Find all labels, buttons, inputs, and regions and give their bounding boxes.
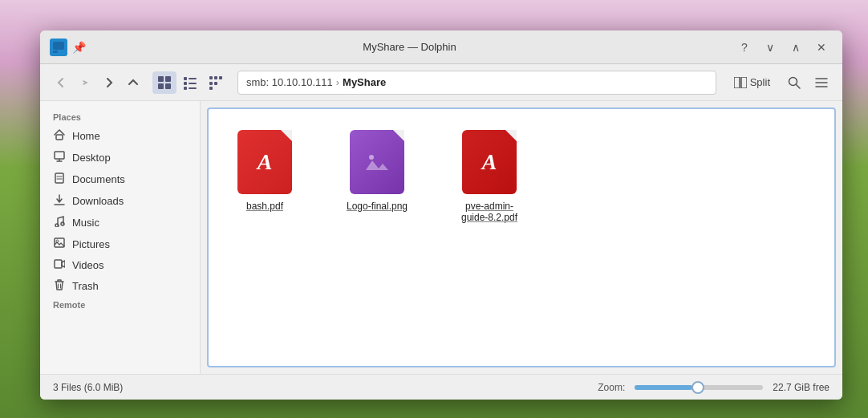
sidebar-item-videos[interactable]: Videos	[40, 254, 200, 275]
maximize-button[interactable]: ∧	[785, 36, 807, 59]
pin-icon[interactable]: 📌	[72, 41, 86, 54]
sidebar-item-downloads-label: Downloads	[72, 195, 124, 207]
svg-point-33	[55, 224, 59, 227]
videos-icon	[53, 258, 66, 271]
image-symbol	[363, 148, 391, 177]
sidebar: Places Home Desktop Documents	[40, 101, 201, 374]
svg-line-21	[797, 84, 801, 88]
svg-rect-0	[53, 42, 64, 50]
sidebar-item-downloads[interactable]: Downloads	[40, 190, 200, 212]
svg-rect-7	[189, 78, 197, 79]
files-count: 3 Files (6.0 MiB)	[53, 382, 123, 393]
pdf-symbol: A	[258, 149, 273, 175]
split-button[interactable]: Split	[726, 73, 778, 91]
file-item-logo-png[interactable]: Logo-final.png	[337, 125, 417, 217]
downloads-icon	[53, 194, 66, 208]
app-logo	[50, 39, 67, 56]
titlebar: 📌 MyShare — Dolphin ? ∨ ∧ ✕	[40, 30, 842, 64]
sidebar-item-pictures[interactable]: Pictures	[40, 233, 200, 254]
sidebar-item-music-label: Music	[72, 217, 99, 229]
menu-button[interactable]	[810, 71, 833, 94]
svg-rect-17	[209, 87, 213, 90]
file-name-bash-pdf: bash.pdf	[246, 201, 283, 212]
svg-rect-15	[209, 82, 213, 85]
remote-label: Remote	[40, 297, 200, 313]
trash-icon	[53, 279, 66, 293]
svg-rect-37	[55, 260, 62, 268]
icons-view-button[interactable]	[152, 71, 176, 94]
main-content: Places Home Desktop Documents	[40, 101, 842, 374]
svg-point-40	[369, 155, 374, 160]
breadcrumb-bar[interactable]: smb: 10.10.10.111 › MyShare	[237, 71, 716, 95]
svg-rect-8	[184, 82, 187, 85]
svg-rect-18	[734, 77, 740, 88]
zoom-fill	[635, 385, 692, 390]
sidebar-item-documents-label: Documents	[72, 173, 125, 185]
sidebar-item-home-label: Home	[72, 130, 100, 142]
window-title: MyShare — Dolphin	[86, 41, 733, 53]
minimize-button[interactable]: ∨	[759, 36, 781, 59]
view-buttons	[152, 71, 228, 94]
sidebar-item-pictures-label: Pictures	[72, 238, 110, 250]
zoom-slider[interactable]	[635, 385, 763, 390]
svg-rect-11	[189, 87, 197, 89]
up-button[interactable]	[122, 71, 144, 94]
svg-rect-1	[53, 51, 58, 53]
toolbar: smb: 10.10.10.111 › MyShare Split	[40, 64, 842, 101]
svg-rect-12	[209, 76, 213, 79]
documents-icon	[53, 172, 66, 186]
window-controls: ? ∨ ∧ ✕	[733, 36, 833, 59]
svg-rect-2	[158, 76, 164, 82]
breadcrumb-separator: ›	[336, 76, 339, 88]
help-button[interactable]: ?	[733, 36, 756, 59]
back-button[interactable]	[50, 71, 72, 94]
toolbar-right: Split	[726, 71, 833, 94]
svg-rect-13	[214, 76, 217, 79]
places-label: Places	[40, 109, 200, 125]
close-button[interactable]: ✕	[810, 36, 833, 59]
free-space: 22.7 GiB free	[773, 382, 829, 393]
forward-dropdown-button[interactable]	[74, 71, 96, 94]
file-icon-bash-pdf: A	[237, 130, 292, 194]
svg-rect-5	[165, 83, 171, 89]
svg-rect-14	[219, 76, 222, 79]
list-view-button[interactable]	[178, 71, 202, 94]
svg-rect-19	[741, 77, 747, 88]
svg-point-34	[61, 222, 64, 225]
svg-rect-6	[184, 77, 187, 80]
home-icon	[53, 129, 66, 143]
zoom-label: Zoom:	[598, 382, 625, 393]
tree-view-button[interactable]	[204, 71, 228, 94]
file-icon-logo-png	[350, 130, 404, 194]
nav-buttons	[50, 71, 144, 94]
sidebar-item-videos-label: Videos	[72, 259, 104, 271]
sidebar-item-music[interactable]: Music	[40, 212, 200, 233]
svg-rect-9	[189, 83, 197, 84]
svg-rect-25	[56, 135, 63, 140]
pictures-icon	[53, 237, 66, 250]
file-name-pve-pdf: pve-admin-guide-8.2.pdf	[454, 201, 525, 223]
sidebar-item-desktop-label: Desktop	[72, 152, 111, 164]
file-area: A bash.pdf Logo-final.png A p	[207, 108, 836, 367]
sidebar-item-documents[interactable]: Documents	[40, 168, 200, 190]
forward-button[interactable]	[98, 71, 120, 94]
sidebar-item-trash[interactable]: Trash	[40, 275, 200, 297]
file-item-pve-pdf[interactable]: A pve-admin-guide-8.2.pdf	[449, 125, 529, 228]
desktop-icon	[53, 151, 66, 164]
svg-rect-10	[184, 87, 187, 90]
svg-point-36	[56, 240, 59, 242]
zoom-thumb[interactable]	[692, 381, 704, 394]
sidebar-item-home[interactable]: Home	[40, 125, 200, 147]
statusbar: 3 Files (6.0 MiB) Zoom: 22.7 GiB free	[40, 374, 842, 400]
svg-rect-4	[158, 83, 164, 89]
file-icon-pve-pdf: A	[462, 130, 517, 194]
search-button[interactable]	[783, 71, 805, 94]
svg-rect-29	[55, 173, 63, 183]
sidebar-item-desktop[interactable]: Desktop	[40, 147, 200, 168]
breadcrumb-current: MyShare	[343, 76, 386, 88]
file-item-bash-pdf[interactable]: A bash.pdf	[225, 125, 305, 217]
split-label: Split	[750, 76, 770, 88]
svg-rect-3	[165, 76, 171, 82]
dolphin-window: 📌 MyShare — Dolphin ? ∨ ∧ ✕	[40, 30, 842, 400]
breadcrumb-prefix: smb: 10.10.10.111	[246, 76, 333, 88]
